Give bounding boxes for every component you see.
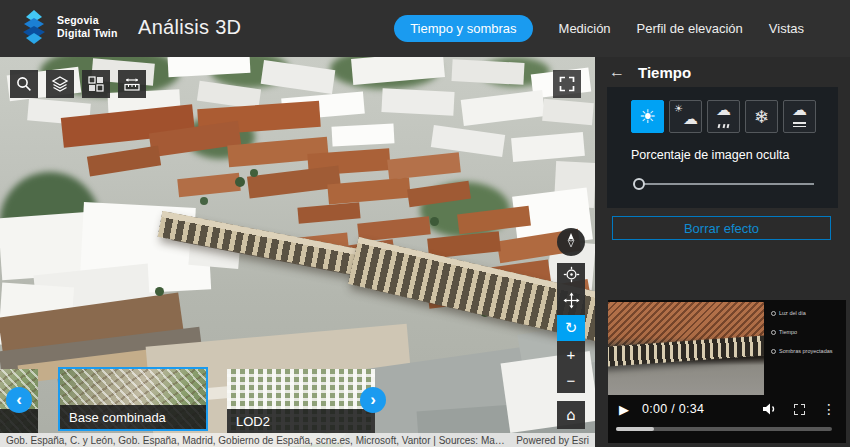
fog-lines-icon	[784, 122, 815, 127]
basemap-gallery-icon	[87, 75, 105, 93]
video-menu-item: Luz del día	[771, 310, 842, 316]
locate-button[interactable]	[557, 263, 585, 289]
brand-text: Segovia Digital Twin	[57, 14, 118, 40]
aqueduct-segment	[158, 211, 391, 281]
map-terrain-shape	[197, 81, 261, 109]
basemap-label: LOD2	[227, 409, 375, 433]
video-menu-item: Sombras proyectadas	[771, 348, 842, 354]
clear-effect-button[interactable]: Borrar efecto	[612, 216, 831, 240]
brand: Segovia Digital Twin	[20, 9, 118, 45]
basemap-gallery-button[interactable]	[82, 70, 110, 98]
video-player[interactable]: Luz del día Tiempo Sombras proyectadas ▶…	[608, 300, 846, 443]
weather-partly-cloudy-button[interactable]: ☀ ☁	[669, 100, 702, 133]
carousel-prev-button[interactable]: ‹	[6, 387, 32, 413]
tab-vistas[interactable]: Vistas	[769, 21, 804, 36]
map-attribution-bar: Gob. España, C. y León, Gob. España, Mad…	[0, 433, 595, 447]
volume-button[interactable]	[762, 402, 777, 416]
video-more-button[interactable]: ⋮	[822, 402, 836, 416]
slider-track[interactable]	[639, 183, 814, 185]
video-menu: Luz del día Tiempo Sombras proyectadas	[771, 310, 842, 367]
map-terrain-shape	[210, 57, 290, 88]
search-icon	[15, 75, 33, 93]
rotate-button[interactable]: ↻	[557, 315, 585, 341]
video-progress-bar[interactable]	[616, 427, 832, 431]
fullscreen-expand-icon	[559, 76, 575, 92]
map-3d-view[interactable]: ↻ + − ⌂ Base combinada LOD2 ‹ › Gob.	[0, 57, 595, 447]
map-terrain-shape	[480, 57, 550, 87]
zoom-in-button[interactable]: +	[557, 341, 585, 367]
map-terrain-shape	[351, 57, 445, 85]
nav-tabs: Tiempo y sombras Medición Perfil de elev…	[394, 0, 804, 57]
map-terrain-shape	[61, 104, 195, 148]
weather-card: ☀ ☀ ☁ ☁ ❄ ☁ Porcentaje de imagen o	[607, 87, 838, 208]
map-terrain-shape	[327, 177, 410, 204]
weather-sunny-button[interactable]: ☀	[631, 100, 664, 133]
map-terrain-shape	[451, 59, 524, 85]
map-terrain-shape	[387, 152, 461, 179]
video-menu-label: Luz del día	[779, 310, 806, 316]
map-terrain-shape	[427, 281, 491, 308]
tab-perfil-de-elevacion[interactable]: Perfil de elevación	[637, 21, 743, 36]
hidden-image-percent-slider[interactable]	[633, 178, 814, 190]
hidden-image-percent-label: Porcentaje de imagen oculta	[631, 148, 838, 162]
pan-arrows-icon	[563, 292, 580, 312]
video-controls: ▶ 0:00 / 0:34 ⋮	[608, 396, 846, 422]
basemap-card-base-combinada[interactable]: Base combinada	[58, 367, 208, 431]
sun-icon: ☀	[639, 107, 656, 126]
tab-tiempo-y-sombras[interactable]: Tiempo y sombras	[394, 15, 532, 42]
video-menu-item: Tiempo	[771, 329, 842, 335]
zoom-out-button[interactable]: −	[557, 367, 585, 393]
pan-button[interactable]	[557, 289, 585, 315]
map-terrain-shape	[250, 169, 258, 177]
speaker-icon	[762, 402, 777, 416]
map-terrain-shape	[357, 216, 430, 241]
map-terrain-shape	[431, 125, 505, 157]
layers-icon	[51, 75, 69, 93]
weather-foggy-button[interactable]: ☁	[783, 100, 816, 133]
layers-button[interactable]	[46, 70, 74, 98]
map-terrain-shape	[281, 91, 365, 120]
map-terrain-shape	[227, 137, 329, 168]
map-terrain-shape	[0, 212, 94, 280]
video-fullscreen-button[interactable]	[794, 404, 805, 415]
fog-cloud-icon: ☁	[792, 103, 807, 118]
map-terrain-shape	[430, 217, 439, 226]
search-button[interactable]	[10, 70, 38, 98]
map-terrain-shape	[197, 101, 321, 135]
map-terrain-shape	[27, 98, 91, 125]
panel-header: ← Tiempo	[595, 57, 850, 86]
back-arrow-icon[interactable]: ←	[609, 63, 625, 81]
map-navigation-stack: ↻ + − ⌂	[557, 228, 585, 429]
tab-medicion[interactable]: Medición	[559, 21, 611, 36]
weather-snowy-button[interactable]: ❄	[745, 100, 778, 133]
brand-line1: Segovia	[57, 14, 118, 27]
map-terrain-shape	[247, 165, 341, 198]
chevron-left-icon: ‹	[16, 391, 22, 408]
basemap-card-lod2[interactable]: LOD2	[227, 369, 375, 433]
slider-handle[interactable]	[633, 178, 645, 190]
weather-rainy-button[interactable]: ☁	[707, 100, 740, 133]
map-fullscreen-button[interactable]	[553, 70, 581, 98]
play-button[interactable]: ▶	[619, 403, 629, 416]
video-menu-label: Tiempo	[779, 329, 797, 335]
page-title: Análisis 3D	[138, 16, 241, 39]
compass-button[interactable]	[557, 228, 585, 256]
map-terrain-shape	[149, 121, 241, 157]
map-terrain-shape	[542, 99, 594, 125]
carousel-next-button[interactable]: ›	[360, 387, 386, 413]
map-terrain-shape	[461, 90, 546, 126]
map-terrain-shape	[80, 202, 196, 280]
map-terrain-shape	[307, 148, 390, 176]
map-terrain-shape	[155, 287, 164, 296]
nav-tool-group: ↻ + −	[557, 263, 585, 393]
map-terrain-shape	[177, 173, 241, 197]
measure-button[interactable]	[118, 70, 146, 98]
basemap-label: Base combinada	[60, 405, 206, 429]
bullet-icon	[771, 349, 776, 354]
map-terrain-shape	[337, 239, 395, 263]
map-terrain-shape	[0, 172, 100, 272]
map-terrain-shape	[168, 57, 251, 77]
home-button[interactable]: ⌂	[557, 401, 585, 429]
bullet-icon	[771, 330, 776, 335]
brand-line2: Digital Twin	[57, 27, 118, 40]
